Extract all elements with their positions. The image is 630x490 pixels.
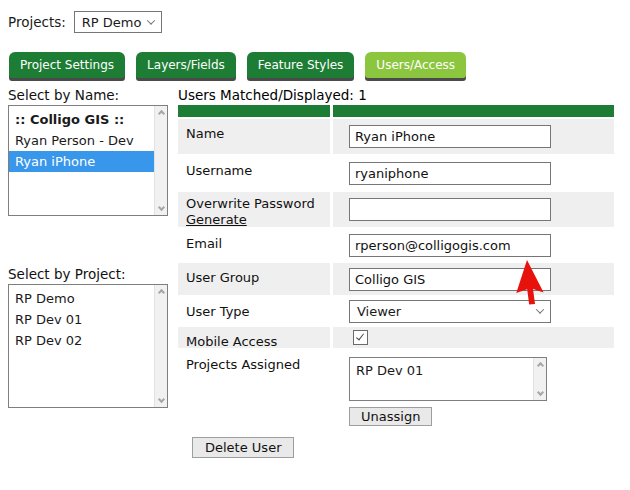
unassign-button[interactable]: Unassign xyxy=(349,407,432,426)
delete-user-button[interactable]: Delete User xyxy=(192,437,294,458)
scrollbar[interactable] xyxy=(154,285,167,407)
check-icon xyxy=(356,332,364,341)
password-input[interactable] xyxy=(349,198,551,221)
project-listbox[interactable]: RP Demo RP Dev 01 RP Dev 02 xyxy=(8,284,168,408)
field-label-user-group: User Group xyxy=(178,263,330,295)
tab-label: Layers/Fields xyxy=(147,58,225,72)
tab-label: Feature Styles xyxy=(258,58,344,72)
projects-select[interactable]: RP Demo xyxy=(74,11,162,33)
generate-link[interactable]: Generate xyxy=(186,212,247,227)
scroll-down-icon[interactable] xyxy=(157,204,164,211)
project-list-items: RP Demo RP Dev 01 RP Dev 02 xyxy=(9,285,154,354)
list-item[interactable]: RP Dev 01 xyxy=(9,309,154,330)
scroll-up-icon[interactable] xyxy=(536,362,543,369)
assigned-list-items: RP Dev 01 xyxy=(350,358,533,383)
tab-bar: Project Settings Layers/Fields Feature S… xyxy=(9,52,466,78)
table-header-bar-right xyxy=(333,105,614,117)
user-form-table: Name Username Overwrite Password Generat… xyxy=(178,105,614,429)
select-by-name-label: Select by Name: xyxy=(8,87,119,103)
tab-project-settings[interactable]: Project Settings xyxy=(9,52,125,78)
field-label-username: Username xyxy=(178,156,330,190)
user-type-select[interactable]: Viewer xyxy=(349,300,551,323)
projects-label: Projects: xyxy=(8,14,66,30)
scroll-up-icon[interactable] xyxy=(157,110,164,117)
field-label-user-type: User Type xyxy=(178,297,330,325)
chevron-down-icon xyxy=(147,16,155,24)
user-group-input[interactable] xyxy=(349,268,551,291)
field-label-password: Overwrite Password Generate xyxy=(178,192,330,227)
scroll-up-icon[interactable] xyxy=(157,289,164,296)
list-item[interactable]: :: Colligo GIS :: xyxy=(9,109,154,130)
email-input[interactable] xyxy=(349,234,551,257)
projects-select-value: RP Demo xyxy=(82,15,142,30)
mobile-access-checkbox[interactable] xyxy=(353,330,368,345)
users-matched-heading: Users Matched/Displayed: 1 xyxy=(178,87,367,103)
list-item[interactable]: RP Demo xyxy=(9,288,154,309)
projects-bar: Projects: RP Demo xyxy=(8,11,162,33)
scrollbar[interactable] xyxy=(533,358,546,400)
tab-label: Users/Access xyxy=(376,58,455,72)
field-label-mobile-access: Mobile Access Allowed xyxy=(178,327,330,348)
name-list-items: :: Colligo GIS :: Ryan Person - Dev Ryan… xyxy=(9,106,154,175)
overwrite-password-label: Overwrite Password xyxy=(186,196,315,211)
users-access-page: Projects: RP Demo Project Settings Layer… xyxy=(0,0,630,490)
name-listbox[interactable]: :: Colligo GIS :: Ryan Person - Dev Ryan… xyxy=(8,105,168,216)
select-by-project-label: Select by Project: xyxy=(8,266,126,282)
name-input[interactable] xyxy=(349,125,551,148)
scroll-down-icon[interactable] xyxy=(536,389,543,396)
user-type-value: Viewer xyxy=(357,304,401,319)
list-item[interactable]: Ryan Person - Dev xyxy=(9,130,154,151)
field-label-name: Name xyxy=(178,119,330,154)
list-item-selected[interactable]: Ryan iPhone xyxy=(9,151,154,172)
scrollbar[interactable] xyxy=(154,106,167,215)
scroll-down-icon[interactable] xyxy=(157,396,164,403)
projects-assigned-listbox[interactable]: RP Dev 01 xyxy=(349,357,547,401)
list-item[interactable]: RP Dev 01 xyxy=(350,360,533,381)
tab-feature-styles[interactable]: Feature Styles xyxy=(247,52,355,78)
tab-users-access[interactable]: Users/Access xyxy=(365,52,466,78)
field-label-projects-assigned: Projects Assigned xyxy=(178,350,330,429)
field-label-email: Email xyxy=(178,229,330,261)
chevron-down-icon xyxy=(536,305,544,313)
list-item[interactable]: RP Dev 02 xyxy=(9,330,154,351)
username-input[interactable] xyxy=(349,162,551,185)
tab-label: Project Settings xyxy=(20,58,114,72)
tab-layers-fields[interactable]: Layers/Fields xyxy=(136,52,236,78)
table-header-bar-left xyxy=(178,105,330,117)
